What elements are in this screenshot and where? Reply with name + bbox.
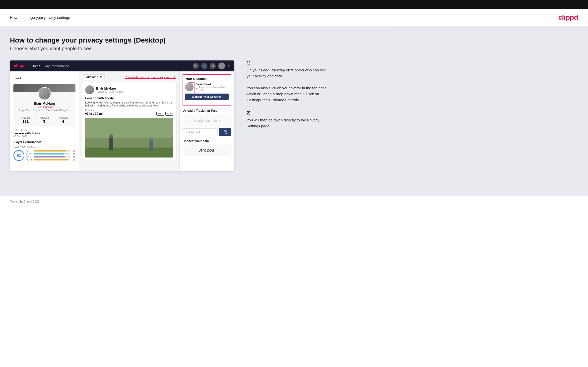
post-user-row: Blair McHarg Yesterday · Sunningdale <box>85 85 173 94</box>
top-bar <box>0 0 588 9</box>
instruction-2: 2) You will then be taken directly to th… <box>247 110 329 129</box>
coach-row: David Ford 📍 Royal North Devon Golf Club <box>185 83 229 92</box>
quality-bars: OTT 90 APP 85 ARG 86 PUTT 96 <box>26 150 75 161</box>
tag-app: APP <box>165 112 173 116</box>
page-heading: How to change your privacy settings (Des… <box>10 36 578 44</box>
latest-activity-label: Latest Activity <box>13 129 75 132</box>
latest-activity-date: 03 Aug 2022 <box>13 135 75 138</box>
stat-followers: Followers 3 <box>39 116 50 123</box>
stat-following: Following 4 <box>58 116 68 123</box>
activities-value: 131 <box>21 119 30 123</box>
latest-activity-value: Lesson with Fordy <box>13 132 75 135</box>
app-sidebar: Feed Blair McHarg Plus Handicap Royal No… <box>10 71 79 171</box>
profile-name: Blair McHarg <box>16 102 72 105</box>
instruction-1-number: 1) <box>247 60 329 66</box>
post-title: Lesson with Fordy <box>85 96 173 100</box>
profile-handicap: Plus Handicap <box>16 105 72 108</box>
post-user-name: Blair McHarg <box>96 87 123 90</box>
instruction-2-text: You will then be taken directly to the P… <box>247 117 329 129</box>
trackman-placeholder: Trackman Link <box>193 118 221 123</box>
connect-section: Connect your data Arccos <box>183 139 231 156</box>
content-columns: clippd Home My Performance 🔍 👤 ⊕ ▼ Feed <box>10 60 578 171</box>
screenshot-container: clippd Home My Performance 🔍 👤 ⊕ ▼ Feed <box>10 60 234 171</box>
quality-bar-row: ARG 86 <box>26 156 75 158</box>
quality-bar-row: APP 85 <box>26 153 75 155</box>
profile-avatar <box>38 87 51 100</box>
svg-rect-3 <box>109 138 113 150</box>
post-user-info: Blair McHarg Yesterday · Sunningdale <box>96 87 123 93</box>
trackman-add-button[interactable]: Add Link <box>219 128 231 136</box>
player-performance-section: Player Performance Total Player Quality … <box>13 140 75 161</box>
coaches-title: Your Coaches <box>185 77 229 81</box>
stat-activities: Activities 131 <box>21 116 30 123</box>
duration-value: 01 hr : 30 min <box>85 112 104 115</box>
quality-bar-row: PUTT 96 <box>26 158 75 161</box>
latest-activity: Latest Activity Lesson with Fordy 03 Aug… <box>13 129 75 138</box>
footer: Copyright Clippd 2022 <box>0 196 588 207</box>
search-icon[interactable]: 🔍 <box>193 63 199 69</box>
trackman-input[interactable] <box>183 128 218 136</box>
user-icon[interactable]: 👤 <box>201 63 207 69</box>
control-privacy-link[interactable]: Control who can see your activity and da… <box>125 76 176 79</box>
svg-rect-5 <box>149 140 153 151</box>
feed-post: Blair McHarg Yesterday · Sunningdale Les… <box>82 82 176 160</box>
post-user-avatar <box>85 85 94 94</box>
nav-link-performance[interactable]: My Performance <box>45 64 69 68</box>
nav-link-home[interactable]: Home <box>32 64 40 68</box>
navbar-icons: 🔍 👤 ⊕ ▼ <box>193 62 230 69</box>
divider <box>16 114 72 114</box>
trackman-title: Upload a Trackman Test <box>183 109 231 112</box>
tag-ott: OTT <box>156 112 164 116</box>
post-tags: OTT APP <box>156 112 173 116</box>
app-feed: Following ▼ Control who can see your act… <box>79 71 179 171</box>
coach-name: David Ford <box>196 83 229 86</box>
svg-rect-1 <box>85 148 173 157</box>
quality-label: Total Player Quality ⓘ <box>13 145 75 149</box>
following-button[interactable]: Following ▼ <box>82 74 105 80</box>
svg-point-6 <box>149 137 153 141</box>
profile-club: Royal North Devon Golf Club, United King… <box>16 109 72 112</box>
duration-label: Duration <box>85 109 173 112</box>
clippd-logo: clippd <box>558 13 578 21</box>
app-body: Feed Blair McHarg Plus Handicap Royal No… <box>10 71 234 171</box>
profile-card: Blair McHarg Plus Handicap Royal North D… <box>13 84 75 126</box>
app-nav-logo: clippd <box>14 64 26 68</box>
app-right-panel: Your Coaches David Ford 📍 Royal North De… <box>179 71 234 171</box>
feed-tab[interactable]: Feed <box>13 75 75 82</box>
duration-row: 01 hr : 30 min OTT APP <box>85 112 173 116</box>
post-user-meta: Yesterday · Sunningdale <box>96 90 123 93</box>
following-label: Following <box>58 116 68 119</box>
coaches-annotated-box: Your Coaches David Ford 📍 Royal North De… <box>183 74 231 106</box>
instructions-panel: 1) On your Feed, click/tap on 'Control w… <box>244 60 329 137</box>
manage-coaches-button[interactable]: Manage Your Coaches <box>185 94 229 100</box>
post-description: Looking to feel like my hands are exitin… <box>85 101 173 107</box>
quality-row: 92 OTT 90 APP 85 ARG 86 PUT <box>13 150 75 161</box>
user-avatar[interactable] <box>218 62 225 69</box>
coach-info: David Ford 📍 Royal North Devon Golf Club <box>196 83 229 92</box>
avatar-chevron: ▼ <box>228 65 230 67</box>
browser-tab-title: How to change your privacy settings <box>10 15 70 20</box>
trackman-input-row: Add Link <box>183 128 231 136</box>
trackman-section: Upload a Trackman Test Trackman Link Add… <box>183 109 231 136</box>
arccos-box: Arccos <box>183 145 231 156</box>
quality-bar-row: OTT 90 <box>26 150 75 152</box>
profile-stats: Activities 131 Followers 3 Following 4 <box>16 116 72 123</box>
following-value: 4 <box>58 119 68 123</box>
main-content: How to change your privacy settings (Des… <box>0 26 588 196</box>
instruction-1-text: On your Feed, click/tap on 'Control who … <box>247 67 329 103</box>
svg-rect-2 <box>85 118 173 138</box>
player-perf-title: Player Performance <box>13 140 75 144</box>
instruction-2-number: 2) <box>247 110 329 116</box>
followers-label: Followers <box>39 116 50 119</box>
instruction-1: 1) On your Feed, click/tap on 'Control w… <box>247 60 329 103</box>
post-image <box>85 118 173 157</box>
profile-avatar-wrapper <box>16 87 72 102</box>
compass-icon[interactable]: ⊕ <box>210 63 216 69</box>
copyright: Copyright Clippd 2022 <box>10 200 40 203</box>
followers-value: 3 <box>39 119 50 123</box>
activities-label: Activities <box>21 116 30 119</box>
feed-header: Following ▼ Control who can see your act… <box>82 74 176 80</box>
arccos-text: Arccos <box>199 148 214 153</box>
header: How to change your privacy settings clip… <box>0 9 588 26</box>
connect-title: Connect your data <box>183 139 231 143</box>
